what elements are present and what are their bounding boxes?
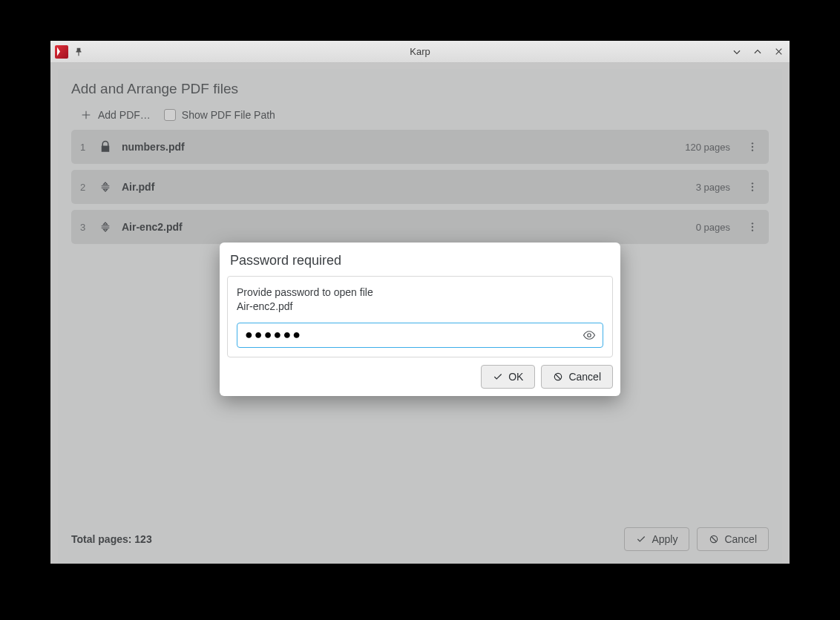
- check-icon: [493, 372, 503, 382]
- maximize-button[interactable]: [751, 45, 764, 59]
- password-dialog: Password required Provide password to op…: [220, 243, 620, 396]
- dialog-message: Provide password to open file Air-enc2.p…: [237, 286, 603, 314]
- dialog-cancel-button[interactable]: Cancel: [541, 365, 613, 389]
- dialog-title: Password required: [227, 250, 613, 276]
- minimize-button[interactable]: [730, 45, 744, 59]
- app-icon: [55, 45, 68, 59]
- close-button[interactable]: [772, 45, 785, 59]
- password-input[interactable]: [237, 323, 603, 348]
- window-title: Karp: [410, 46, 430, 57]
- titlebar: Karp: [50, 41, 790, 63]
- ok-button[interactable]: OK: [481, 365, 535, 389]
- pin-icon[interactable]: [73, 46, 85, 58]
- forbidden-icon: [553, 372, 563, 382]
- svg-point-10: [588, 334, 591, 337]
- show-password-icon[interactable]: [583, 329, 596, 342]
